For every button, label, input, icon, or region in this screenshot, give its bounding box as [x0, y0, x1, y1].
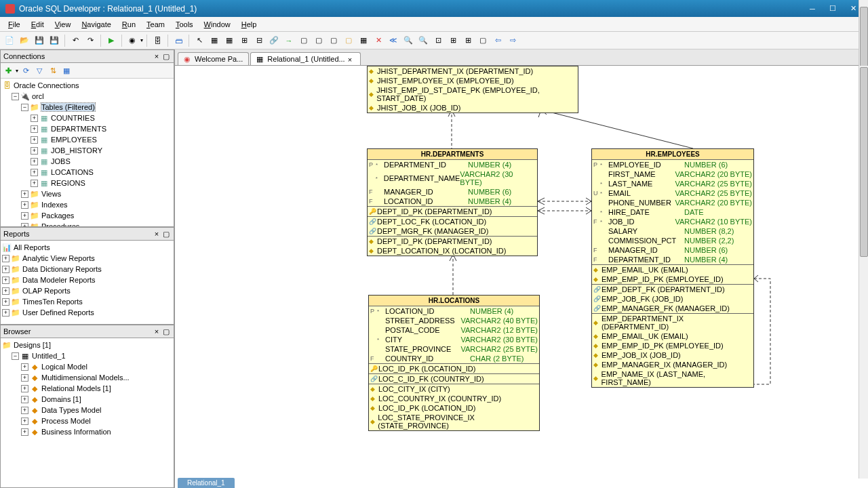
layout1-icon[interactable]: ⊞	[446, 34, 460, 47]
entity-title: HR.EMPLOYEES	[592, 149, 753, 160]
menu-tools[interactable]: Tools	[170, 19, 199, 30]
image-icon[interactable]: ▦	[357, 34, 370, 47]
box1-icon[interactable]: ▢	[297, 34, 311, 47]
minimize-button[interactable]: ─	[803, 2, 822, 16]
tree-toggle-icon[interactable]: −	[12, 93, 19, 100]
tree-toggle-icon[interactable]: +	[2, 298, 9, 306]
tree-toggle-icon[interactable]: −	[21, 104, 28, 111]
tree-toggle-icon[interactable]: +	[2, 266, 9, 273]
refresh-icon[interactable]: ⟳	[20, 64, 32, 77]
diagram-icon: ▦	[256, 55, 264, 63]
delete-icon[interactable]: ✕	[372, 34, 385, 47]
browser-tree[interactable]: 📁Designs [1] −▦Untitled_1 +◆Logical Mode…	[1, 338, 174, 487]
panel-max-icon[interactable]: ▢	[161, 327, 171, 336]
menu-window[interactable]: Window	[199, 19, 236, 30]
saveall-icon[interactable]: 💾	[47, 34, 61, 47]
panel-close-icon[interactable]: ×	[152, 229, 161, 239]
tree-toggle-icon[interactable]: +	[2, 255, 9, 262]
sort-icon[interactable]: ⇅	[47, 64, 59, 77]
tree-toggle-icon[interactable]: +	[21, 363, 28, 371]
box3-icon[interactable]: ▢	[327, 34, 340, 47]
folder-icon: 📁	[30, 211, 39, 220]
tree-toggle-icon[interactable]: +	[31, 180, 38, 187]
tree-toggle-icon[interactable]: +	[31, 125, 38, 133]
connections-tree[interactable]: 🗄Oracle Connections −🔌orcl −📁Tables (Fil…	[1, 79, 174, 226]
tree-toggle-icon[interactable]: +	[21, 418, 28, 425]
tab-close-icon[interactable]: ×	[348, 56, 355, 62]
rewind-icon[interactable]: ≪	[387, 34, 400, 47]
tree-toggle-icon[interactable]: +	[21, 396, 28, 403]
open-icon[interactable]: 📂	[18, 34, 31, 47]
nav-icon[interactable]: ◉	[125, 34, 139, 47]
new-icon[interactable]: 📄	[3, 34, 16, 47]
reports-tree[interactable]: 📊All Reports +📁Analytic View Reports+📁Da…	[1, 241, 174, 324]
entity-locations[interactable]: HR.LOCATIONS P*LOCATION_IDNUMBER (4)STRE…	[368, 295, 540, 431]
filter-icon[interactable]: ▽	[33, 64, 45, 77]
tree-toggle-icon[interactable]: +	[21, 223, 28, 227]
undo-icon[interactable]: ↶	[68, 34, 82, 47]
menu-team[interactable]: Team	[141, 19, 170, 30]
db-icon[interactable]: 🗃	[172, 34, 185, 47]
tree-toggle-icon[interactable]: +	[2, 277, 9, 284]
sql-icon[interactable]: 🗄	[151, 34, 164, 47]
tree-toggle-icon[interactable]: +	[31, 147, 38, 155]
tree-toggle-icon[interactable]: +	[31, 169, 38, 176]
view-icon[interactable]: ▦	[222, 34, 236, 47]
redo-icon[interactable]: ↷	[83, 34, 97, 47]
pointer-icon[interactable]: ↖	[193, 34, 206, 47]
panel-max-icon[interactable]: ▢	[161, 52, 171, 61]
panel-close-icon[interactable]: ×	[152, 327, 161, 336]
box2-icon[interactable]: ▢	[312, 34, 326, 47]
maximize-button[interactable]: ☐	[823, 2, 842, 16]
tree-toggle-icon[interactable]: +	[21, 190, 28, 198]
menu-run[interactable]: Run	[117, 19, 141, 30]
tab-welcome[interactable]: ◉ Welcome Pa...	[178, 52, 249, 65]
merge-icon[interactable]: ⊟	[252, 34, 266, 47]
zoomin-icon[interactable]: 🔍	[401, 34, 415, 47]
note-icon[interactable]: ▢	[342, 34, 355, 47]
menu-navigate[interactable]: Navigate	[76, 19, 116, 30]
link-icon[interactable]: 🔗	[267, 34, 281, 47]
menu-view[interactable]: View	[50, 19, 77, 30]
tree-toggle-icon[interactable]: +	[31, 158, 38, 165]
grid-icon[interactable]: ▦	[208, 34, 221, 47]
save-icon[interactable]: 💾	[33, 34, 46, 47]
layout3-icon[interactable]: ▢	[476, 34, 490, 47]
panel-max-icon[interactable]: ▢	[161, 229, 171, 239]
arrow-icon[interactable]: →	[282, 34, 296, 47]
zoomout-icon[interactable]: 🔍	[416, 34, 430, 47]
tree-toggle-icon[interactable]: +	[31, 115, 38, 122]
bottom-tab[interactable]: Relational_1	[178, 478, 235, 488]
fit-icon[interactable]: ⊡	[431, 34, 445, 47]
entity-jobhistory[interactable]: ◆JHIST_DEPARTMENT_IX (DEPARTMENT_ID)◆JHI…	[367, 66, 578, 113]
tree-toggle-icon[interactable]: +	[2, 287, 9, 295]
prev-icon[interactable]: ⇦	[491, 34, 505, 47]
tree-toggle-icon[interactable]: +	[21, 374, 28, 382]
run-icon[interactable]: ▶	[104, 34, 118, 47]
table-icon: ▦	[39, 167, 49, 177]
tree-toggle-icon[interactable]: +	[21, 385, 28, 392]
tree-toggle-icon[interactable]: −	[12, 352, 19, 360]
tree-toggle-icon[interactable]: +	[21, 212, 28, 220]
panel-close-icon[interactable]: ×	[152, 52, 161, 61]
canvas-scrollbar[interactable]	[859, 66, 868, 479]
tree-toggle-icon[interactable]: +	[2, 309, 9, 317]
menu-help[interactable]: Help	[236, 19, 262, 30]
layout2-icon[interactable]: ⊞	[461, 34, 475, 47]
tree-toggle-icon[interactable]: +	[21, 428, 28, 436]
menu-file[interactable]: File	[3, 19, 26, 30]
split-icon[interactable]: ⊞	[237, 34, 251, 47]
tab-relational[interactable]: ▦ Relational_1 (Untitled... ×	[250, 52, 360, 65]
connections-title: Connections	[3, 52, 152, 60]
diagram-canvas[interactable]: ◆JHIST_DEPARTMENT_IX (DEPARTMENT_ID)◆JHI…	[175, 66, 868, 488]
menu-edit[interactable]: Edit	[26, 19, 50, 30]
color-icon[interactable]: ▦	[60, 64, 73, 77]
tree-toggle-icon[interactable]: +	[21, 407, 28, 414]
svg-line-1	[541, 110, 693, 148]
tree-toggle-icon[interactable]: +	[31, 136, 38, 144]
entity-employees[interactable]: HR.EMPLOYEES P*EMPLOYEE_IDNUMBER (6)FIRS…	[591, 148, 754, 388]
entity-departments[interactable]: HR.DEPARTMENTS P*DEPARTMENT_IDNUMBER (4)…	[367, 148, 538, 256]
next-icon[interactable]: ⇨	[506, 34, 519, 47]
tree-toggle-icon[interactable]: +	[21, 201, 28, 209]
add-connection-icon[interactable]: ✚	[2, 64, 14, 77]
